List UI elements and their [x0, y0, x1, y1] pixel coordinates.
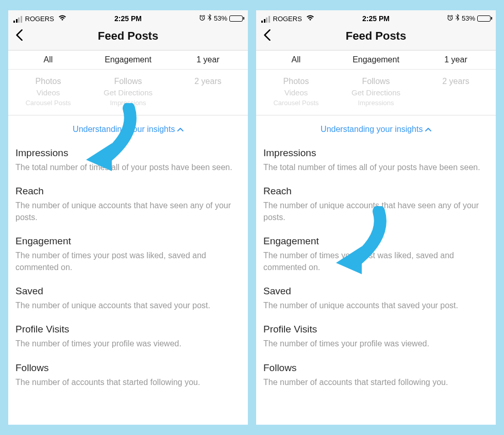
picker-option[interactable]: Follows: [88, 77, 168, 86]
phone-screenshot-right: ROGERS 2:25 PM 53% Feed Posts All Engage…: [256, 10, 496, 425]
picker-option[interactable]: Videos: [8, 88, 88, 97]
insight-profile-visits: Profile Visits The number of times your …: [256, 320, 496, 358]
insight-profile-visits: Profile Visits The number of times your …: [8, 320, 248, 358]
insights-toggle[interactable]: Understanding your insights: [256, 115, 496, 143]
battery-pct: 53%: [214, 14, 227, 22]
status-left: ROGERS: [261, 14, 314, 23]
back-button[interactable]: [15, 29, 23, 43]
filter-type[interactable]: All: [8, 55, 88, 64]
filter-metric[interactable]: Engagement: [336, 55, 416, 64]
filter-row: All Engagement 1 year: [8, 51, 248, 70]
filter-metric[interactable]: Engagement: [88, 55, 168, 64]
back-button[interactable]: [263, 29, 271, 43]
picker-option[interactable]: Photos: [256, 77, 336, 86]
status-bar: ROGERS 2:25 PM 53%: [8, 10, 248, 24]
status-time: 2:25 PM: [114, 14, 142, 23]
page-title: Feed Posts: [14, 29, 242, 43]
insight-follows: Follows The number of accounts that star…: [256, 358, 496, 396]
insight-engagement: Engagement The number of times your post…: [256, 231, 496, 281]
filter-row: All Engagement 1 year: [256, 51, 496, 70]
status-time: 2:25 PM: [362, 14, 390, 23]
picker-option[interactable]: Carousel Posts: [8, 99, 88, 107]
status-bar: ROGERS 2:25 PM 53%: [256, 10, 496, 24]
insights-toggle[interactable]: Understanding your insights: [8, 115, 248, 143]
signal-icon: [261, 16, 270, 23]
picker-option[interactable]: Carousel Posts: [256, 99, 336, 107]
insight-reach: Reach The number of unique accounts that…: [8, 181, 248, 231]
picker-option[interactable]: Get Directions: [88, 88, 168, 97]
insight-impressions: Impressions The total number of times al…: [8, 143, 248, 181]
battery-icon: [229, 15, 243, 22]
picker-option[interactable]: Photos: [8, 77, 88, 86]
filter-period[interactable]: 1 year: [168, 55, 248, 64]
insight-engagement: Engagement The number of times your post…: [8, 231, 248, 281]
picker-option[interactable]: Follows: [336, 77, 416, 86]
alarm-icon: [447, 14, 453, 23]
chevron-up-icon: [425, 125, 431, 133]
bluetooth-icon: [456, 14, 460, 23]
chevron-up-icon: [177, 125, 183, 133]
battery-pct: 53%: [462, 14, 475, 22]
battery-icon: [477, 15, 491, 22]
picker-option[interactable]: Impressions: [336, 99, 416, 107]
page-title: Feed Posts: [262, 29, 490, 43]
insight-impressions: Impressions The total number of times al…: [256, 143, 496, 181]
bluetooth-icon: [208, 14, 212, 23]
filter-type[interactable]: All: [256, 55, 336, 64]
phone-screenshot-left: ROGERS 2:25 PM 53% Feed Posts All Engage…: [8, 10, 248, 425]
picker-option[interactable]: 2 years: [168, 77, 248, 86]
filter-period[interactable]: 1 year: [416, 55, 496, 64]
signal-icon: [13, 16, 22, 23]
insight-saved: Saved The number of unique accounts that…: [8, 281, 248, 320]
navigation-header: Feed Posts: [256, 24, 496, 51]
insight-follows: Follows The number of accounts that star…: [8, 358, 248, 396]
wifi-icon: [58, 14, 66, 23]
picker-option[interactable]: Get Directions: [336, 88, 416, 97]
navigation-header: Feed Posts: [8, 24, 248, 51]
picker-wheel[interactable]: Photos Videos Carousel Posts Follows Get…: [8, 70, 248, 110]
picker-option[interactable]: Impressions: [88, 99, 168, 107]
insight-saved: Saved The number of unique accounts that…: [256, 281, 496, 320]
wifi-icon: [306, 14, 314, 23]
picker-option[interactable]: Videos: [256, 88, 336, 97]
alarm-icon: [199, 14, 206, 23]
carrier-label: ROGERS: [25, 15, 54, 23]
status-right: 53%: [447, 14, 491, 23]
picker-wheel[interactable]: Photos Videos Carousel Posts Follows Get…: [256, 70, 496, 110]
insight-reach: Reach The number of unique accounts that…: [256, 181, 496, 231]
picker-option[interactable]: 2 years: [416, 77, 496, 86]
status-right: 53%: [199, 14, 243, 23]
status-left: ROGERS: [13, 14, 66, 23]
carrier-label: ROGERS: [273, 15, 302, 23]
